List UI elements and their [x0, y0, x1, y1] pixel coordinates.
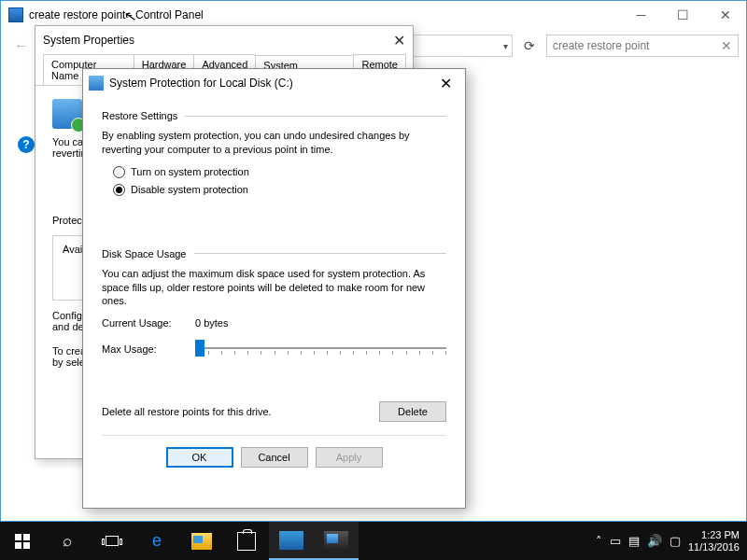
dialog-titlebar: System Properties ✕	[35, 26, 413, 54]
explorer-icon	[191, 533, 212, 550]
system-icon	[324, 531, 348, 550]
radio-icon	[113, 184, 125, 196]
taskbar-app-system[interactable]	[314, 522, 359, 560]
button-row: OK Cancel Apply	[102, 435, 446, 468]
drive-icon	[89, 76, 104, 91]
dialog-title: System Protection for Local Disk (C:)	[109, 77, 431, 90]
cp-icon	[279, 531, 303, 550]
slider-track	[195, 347, 446, 349]
ok-button[interactable]: OK	[166, 447, 233, 468]
restore-settings-label: Restore Settings	[102, 110, 177, 121]
apply-button[interactable]: Apply	[316, 447, 383, 468]
max-usage-label: Max Usage:	[102, 343, 195, 355]
radio-icon	[113, 166, 125, 178]
slider-ticks	[195, 351, 446, 355]
window-title: create restore point - Control Panel	[29, 8, 620, 21]
maximize-button[interactable]: ☐	[662, 2, 704, 29]
explorer-button[interactable]	[179, 522, 224, 560]
divider	[185, 116, 446, 117]
taskbar-app-controlpanel[interactable]	[269, 522, 314, 560]
clear-search-icon[interactable]: ✕	[721, 38, 732, 53]
search-button[interactable]: ⌕	[45, 522, 90, 560]
edge-button[interactable]: e	[134, 522, 179, 560]
time-text: 1:23 PM	[688, 529, 740, 541]
store-button[interactable]	[224, 522, 269, 560]
svg-rect-1	[23, 534, 30, 540]
restore-desc: By enabling system protection, you can u…	[102, 129, 446, 157]
task-view-button[interactable]	[90, 522, 134, 560]
delete-desc: Delete all restore points for this drive…	[102, 406, 272, 417]
network-icon[interactable]: ▤	[628, 534, 640, 548]
close-button[interactable]: ✕	[704, 2, 746, 29]
disk-usage-label: Disk Space Usage	[102, 248, 187, 259]
divider	[194, 253, 447, 254]
search-input[interactable]: create restore point ✕	[546, 35, 739, 57]
dialog-title: System Properties	[43, 34, 393, 47]
control-panel-icon	[8, 7, 23, 22]
delete-button[interactable]: Delete	[379, 401, 446, 422]
search-icon: ⌕	[63, 532, 72, 551]
radio-off-label: Disable system protection	[131, 184, 248, 195]
taskview-icon	[106, 536, 119, 546]
help-icon[interactable]: ?	[18, 136, 35, 153]
edge-icon: e	[146, 530, 168, 553]
back-button[interactable]: ←	[8, 33, 35, 59]
refresh-button[interactable]: ⟳	[518, 35, 541, 57]
dialog-body: Restore Settings By enabling system prot…	[83, 97, 465, 481]
close-icon[interactable]: ✕	[431, 75, 459, 92]
max-usage-slider[interactable]	[195, 338, 446, 360]
disk-desc: You can adjust the maximum disk space us…	[102, 267, 446, 309]
system-tray: ˄ ▭ ▤ 🔊 ▢ 1:23 PM 11/13/2016	[596, 529, 747, 553]
start-button[interactable]	[0, 522, 45, 560]
battery-icon[interactable]: ▭	[610, 534, 621, 548]
restore-icon	[52, 99, 82, 129]
radio-on-label: Turn on system protection	[131, 166, 249, 177]
tray-chevron-icon[interactable]: ˄	[596, 534, 602, 548]
chevron-down-icon: ▾	[503, 41, 508, 51]
svg-rect-3	[23, 542, 30, 549]
radio-turn-on[interactable]: Turn on system protection	[113, 166, 446, 178]
clock[interactable]: 1:23 PM 11/13/2016	[688, 529, 740, 553]
svg-rect-2	[15, 542, 21, 549]
action-center-icon[interactable]: ▢	[669, 534, 681, 548]
slider-thumb[interactable]	[195, 340, 204, 357]
radio-disable[interactable]: Disable system protection	[113, 184, 446, 196]
minimize-button[interactable]: ─	[620, 2, 662, 29]
volume-icon[interactable]: 🔊	[647, 534, 662, 548]
dialog-titlebar: System Protection for Local Disk (C:) ✕	[83, 69, 465, 97]
store-icon	[237, 532, 256, 551]
windows-icon	[15, 534, 30, 549]
current-usage-value: 0 bytes	[195, 317, 228, 329]
current-usage-label: Current Usage:	[102, 317, 195, 329]
close-icon[interactable]: ✕	[393, 32, 405, 49]
system-protection-dialog: System Protection for Local Disk (C:) ✕ …	[82, 68, 466, 509]
svg-rect-0	[15, 534, 21, 540]
cancel-button[interactable]: Cancel	[241, 447, 308, 468]
search-text: create restore point	[553, 39, 649, 52]
date-text: 11/13/2016	[688, 541, 740, 553]
taskbar: ⌕ e ˄ ▭ ▤ 🔊 ▢ 1:23 PM 11/13/2016	[0, 522, 747, 560]
